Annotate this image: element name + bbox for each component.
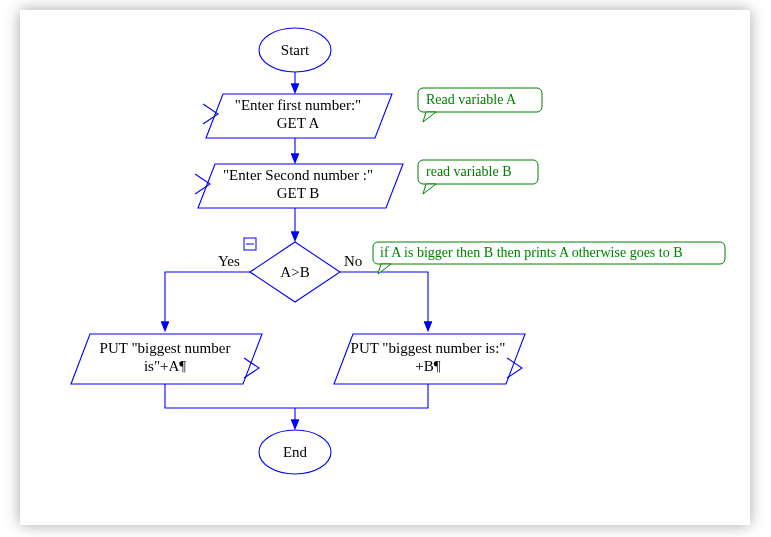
yes-label: Yes [218, 253, 240, 269]
no-label: No [344, 253, 362, 269]
output-b-line1: PUT "biggest number is:" [351, 340, 506, 356]
output-a-line2: is"+A¶ [144, 358, 186, 374]
input-b-line2: GET B [277, 185, 320, 201]
end-label: End [283, 444, 308, 460]
input-a-line2: GET A [277, 115, 320, 131]
callout-decision: if A is bigger then B then prints A othe… [373, 242, 725, 274]
callout-decision-text: if A is bigger then B then prints A othe… [380, 245, 683, 260]
decision-condition: A>B [280, 264, 309, 280]
callout-read-a: Read variable A [418, 88, 542, 122]
callout-read-b: read variable B [418, 160, 538, 194]
callout-b-text: read variable B [426, 164, 512, 179]
output-a-line1: PUT "biggest number [100, 340, 231, 356]
input-b-line1: "Enter Second number :" [223, 167, 373, 183]
callout-a-text: Read variable A [426, 92, 517, 107]
flowchart-paper: Start "Enter first number:" GET A "Enter… [20, 10, 750, 525]
input-a-line1: "Enter first number:" [235, 97, 361, 113]
flowchart-frame: Start "Enter first number:" GET A "Enter… [0, 0, 771, 537]
start-label: Start [281, 42, 310, 58]
output-b-line2: +B¶ [415, 358, 440, 374]
